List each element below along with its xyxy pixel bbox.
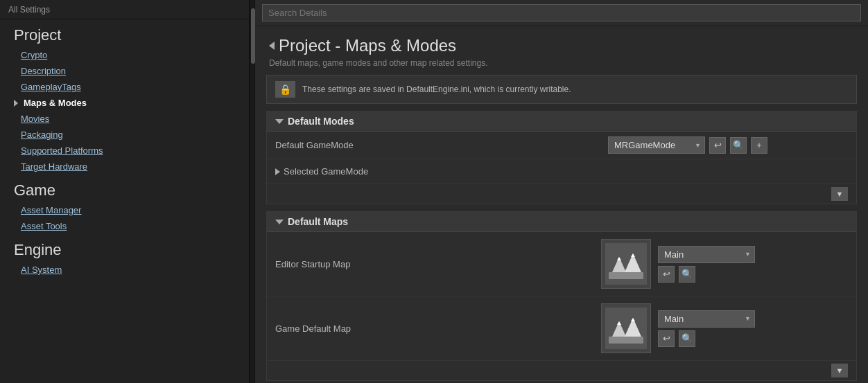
game-map-thumbnail-svg — [605, 308, 647, 349]
map-thumbnail-svg — [605, 243, 647, 285]
editor-startup-map-row: Editor Startup Map — [267, 232, 856, 296]
search-gamemode-btn[interactable]: 🔍 — [730, 137, 747, 154]
modes-down-arrow-btn[interactable]: ▼ — [831, 187, 848, 201]
game-default-map-thumbnail — [601, 303, 651, 353]
search-bar — [255, 0, 868, 26]
editor-startup-map-controls: Main None Default ↩ 🔍 — [658, 246, 755, 283]
sidebar-item-movies[interactable]: Movies — [0, 111, 249, 127]
main-content: Project - Maps & Modes Default maps, gam… — [255, 0, 868, 383]
sidebar-item-crypto[interactable]: Crypto — [0, 47, 249, 63]
lock-icon: 🔒 — [275, 81, 295, 98]
add-gamemode-btn[interactable]: + — [751, 137, 767, 154]
info-banner-text: These settings are saved in DefaultEngin… — [302, 84, 571, 94]
selected-gamemode-row: Selected GameMode — [267, 159, 856, 184]
editor-startup-map-dropdown-row: Main None Default — [658, 246, 755, 263]
scrollbar-thumb — [251, 8, 255, 64]
sidebar-top: All Settings — [0, 0, 249, 19]
game-default-map-select[interactable]: Main None Default — [658, 310, 755, 328]
sidebar-section-game: Game — [0, 175, 249, 202]
editor-startup-map-select[interactable]: Main None Default — [658, 246, 755, 263]
sidebar-item-maps-modes[interactable]: Maps & Modes — [0, 95, 249, 111]
expand-selected-gamemode-icon[interactable] — [275, 168, 280, 175]
default-gamemode-control: MRGameMode GameMode None ↩ 🔍 + — [608, 136, 767, 154]
reset-game-map-btn[interactable]: ↩ — [658, 330, 675, 347]
content-area: Project - Maps & Modes Default maps, gam… — [255, 26, 868, 383]
section-collapse-icon — [275, 119, 284, 124]
info-banner: 🔒 These settings are saved in DefaultEng… — [266, 75, 857, 104]
maps-down-arrow-btn[interactable]: ▼ — [831, 364, 848, 377]
default-gamemode-dropdown-wrap: MRGameMode GameMode None — [608, 136, 705, 154]
default-gamemode-label: Default GameMode — [275, 140, 608, 150]
default-gamemode-row: Default GameMode MRGameMode GameMode Non… — [267, 132, 856, 159]
default-modes-section: Default Modes Default GameMode MRGameMod… — [266, 111, 857, 204]
chevron-right-icon — [14, 100, 18, 107]
modes-down-arrow-row: ▼ — [267, 184, 856, 204]
game-default-map-dropdown-row: Main None Default — [658, 310, 755, 328]
selected-gamemode-label: Selected GameMode — [275, 166, 608, 177]
sidebar: All Settings Project Crypto Description … — [0, 0, 250, 383]
maps-section-collapse-icon — [275, 220, 284, 224]
search-game-map-btn[interactable]: 🔍 — [679, 330, 695, 347]
game-default-map-dropdown-wrap: Main None Default — [658, 310, 755, 328]
game-default-map-label: Game Default Map — [275, 323, 594, 334]
page-subtitle: Default maps, game modes and other map r… — [255, 58, 868, 75]
editor-startup-map-thumbnail — [601, 239, 651, 289]
sidebar-item-ai-system[interactable]: AI System — [0, 262, 249, 278]
game-default-map-row: Game Default Map M — [267, 296, 856, 361]
default-maps-section: Default Maps Editor Startup Map — [266, 211, 857, 381]
reset-editor-map-btn[interactable]: ↩ — [658, 266, 675, 283]
sidebar-item-asset-tools[interactable]: Asset Tools — [0, 218, 249, 234]
sidebar-section-project: Project — [0, 19, 249, 47]
editor-startup-map-label: Editor Startup Map — [275, 259, 594, 269]
all-settings-link[interactable]: All Settings — [8, 5, 50, 15]
default-gamemode-select[interactable]: MRGameMode GameMode None — [608, 136, 705, 154]
search-editor-map-btn[interactable]: 🔍 — [679, 266, 695, 283]
default-maps-header: Default Maps — [267, 212, 856, 232]
sidebar-item-description[interactable]: Description — [0, 63, 249, 79]
search-input[interactable] — [262, 4, 861, 21]
default-modes-label: Default Modes — [288, 116, 354, 127]
svg-rect-7 — [609, 337, 643, 344]
sidebar-item-supported-platforms[interactable]: Supported Platforms — [0, 143, 249, 159]
game-default-map-controls: Main None Default ↩ 🔍 — [658, 310, 755, 347]
page-title: Project - Maps & Modes — [279, 36, 456, 55]
collapse-icon — [269, 42, 275, 50]
sidebar-item-packaging[interactable]: Packaging — [0, 127, 249, 143]
sidebar-item-asset-manager[interactable]: Asset Manager — [0, 202, 249, 218]
svg-rect-1 — [609, 272, 643, 279]
sidebar-section-engine: Engine — [0, 234, 249, 262]
sidebar-item-target-hardware[interactable]: Target Hardware — [0, 159, 249, 175]
page-title-row: Project - Maps & Modes — [255, 26, 868, 58]
sidebar-scrollbar[interactable] — [250, 0, 255, 383]
maps-down-arrow-row: ▼ — [267, 361, 856, 380]
default-modes-header: Default Modes — [267, 112, 856, 132]
reset-gamemode-btn[interactable]: ↩ — [709, 137, 726, 154]
editor-startup-map-dropdown-wrap: Main None Default — [658, 246, 755, 263]
sidebar-item-gameplaytags[interactable]: GameplayTags — [0, 79, 249, 95]
default-maps-label: Default Maps — [288, 216, 348, 227]
